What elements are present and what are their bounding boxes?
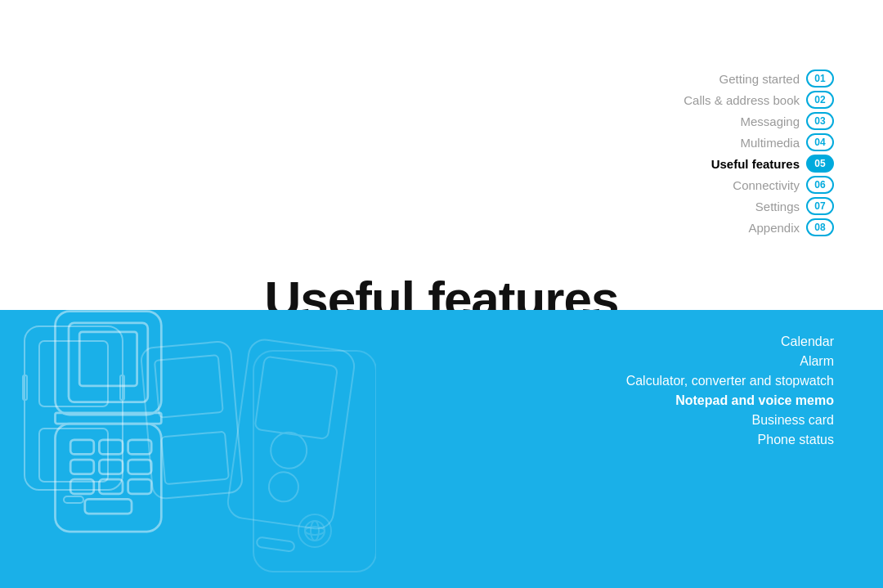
nav-label-05: Useful features — [711, 157, 800, 171]
svg-point-11 — [267, 470, 301, 504]
svg-rect-28 — [85, 499, 132, 514]
nav-badge-07: 07 — [806, 197, 834, 215]
nav-item-02[interactable]: Calls & address book02 — [684, 91, 834, 109]
banner-item-5: Phone status — [758, 433, 834, 447]
svg-rect-20 — [99, 440, 123, 455]
nav-item-07[interactable]: Settings07 — [755, 197, 834, 215]
nav-menu: Getting started01Calls & address book02M… — [684, 70, 834, 236]
nav-label-04: Multimedia — [740, 136, 800, 150]
nav-label-01: Getting started — [719, 72, 800, 86]
nav-item-03[interactable]: Messaging03 — [740, 112, 834, 130]
nav-label-07: Settings — [755, 200, 800, 213]
svg-rect-8 — [161, 432, 229, 485]
banner-content-list: CalendarAlarmCalculator, converter and s… — [626, 334, 834, 447]
nav-item-05[interactable]: Useful features05 — [711, 155, 834, 173]
nav-label-03: Messaging — [740, 114, 800, 128]
banner-item-2: Calculator, converter and stopwatch — [626, 374, 834, 388]
nav-badge-01: 01 — [806, 70, 834, 88]
svg-rect-10 — [254, 357, 338, 440]
svg-point-34 — [311, 521, 319, 541]
svg-point-32 — [305, 521, 325, 541]
nav-label-06: Connectivity — [733, 178, 800, 192]
banner-item-4: Business card — [752, 413, 835, 428]
nav-badge-06: 06 — [806, 176, 834, 194]
blue-banner: CalendarAlarmCalculator, converter and s… — [0, 310, 883, 588]
nav-item-01[interactable]: Getting started01 — [719, 70, 834, 88]
svg-rect-3 — [64, 496, 83, 503]
svg-rect-1 — [39, 341, 108, 406]
nav-badge-02: 02 — [806, 91, 834, 109]
svg-rect-23 — [99, 460, 123, 474]
svg-point-31 — [298, 514, 331, 547]
nav-item-04[interactable]: Multimedia04 — [740, 133, 834, 151]
nav-badge-08: 08 — [806, 218, 834, 236]
svg-rect-22 — [70, 460, 94, 474]
phone-svg — [0, 310, 376, 588]
svg-rect-13 — [256, 536, 294, 551]
svg-rect-6 — [141, 341, 244, 500]
nav-label-08: Appendix — [748, 221, 800, 235]
nav-label-02: Calls & address book — [684, 93, 800, 107]
banner-item-3: Notepad and voice memo — [675, 393, 834, 408]
page-container: Getting started01Calls & address book02M… — [0, 0, 883, 588]
nav-badge-04: 04 — [806, 133, 834, 151]
nav-item-08[interactable]: Appendix08 — [748, 218, 834, 236]
phone-illustration — [0, 310, 376, 588]
svg-rect-24 — [128, 460, 152, 474]
svg-rect-27 — [128, 479, 152, 494]
banner-item-1: Alarm — [800, 354, 834, 369]
nav-item-06[interactable]: Connectivity06 — [733, 176, 834, 194]
svg-rect-7 — [155, 355, 223, 418]
nav-badge-05: 05 — [806, 155, 834, 173]
svg-rect-19 — [70, 440, 94, 455]
banner-item-0: Calendar — [781, 334, 834, 349]
nav-badge-03: 03 — [806, 112, 834, 130]
